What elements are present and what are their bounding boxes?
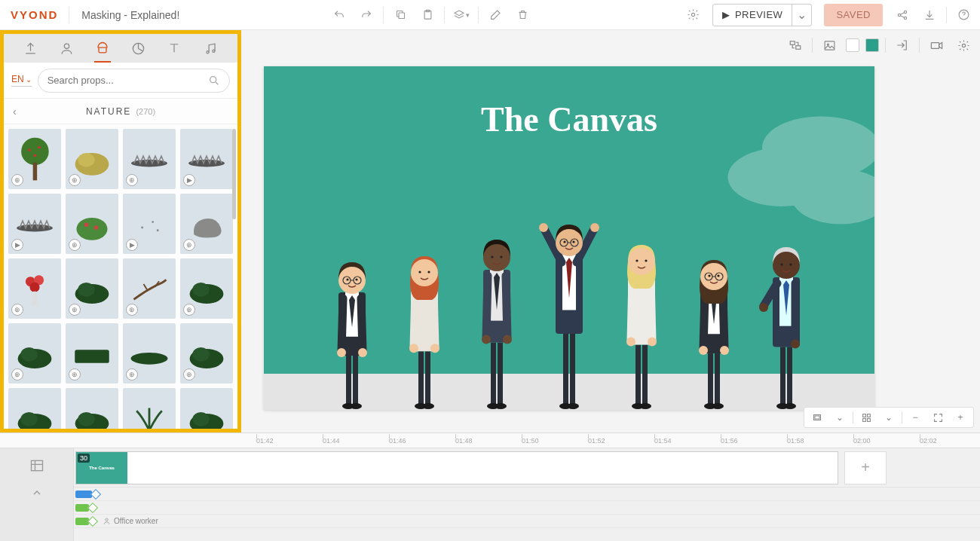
- svg-line-65: [361, 298, 363, 351]
- svg-point-76: [422, 403, 434, 409]
- svg-point-27: [152, 221, 154, 223]
- back-icon[interactable]: ‹: [13, 105, 17, 118]
- zoom-badge-icon: ⊕: [183, 239, 195, 251]
- character[interactable]: [752, 244, 820, 410]
- layers-icon[interactable]: ▾: [451, 5, 472, 26]
- paste-icon[interactable]: [417, 5, 438, 26]
- camera-icon[interactable]: [926, 35, 947, 56]
- svg-rect-115: [635, 345, 641, 405]
- divider: [478, 7, 479, 23]
- divider: [444, 7, 445, 23]
- svg-rect-161: [862, 418, 865, 421]
- chart-tab-icon[interactable]: [127, 37, 150, 60]
- prop-thumbnail[interactable]: ⊕: [123, 129, 176, 189]
- track-row[interactable]: [74, 528, 980, 541]
- grid-view-icon[interactable]: [856, 409, 876, 426]
- prop-thumbnail[interactable]: ⊕: [66, 194, 118, 254]
- search-input[interactable]: [47, 75, 208, 86]
- project-title[interactable]: Masking - Explained!: [75, 9, 179, 21]
- character[interactable]: [390, 252, 458, 410]
- svg-point-22: [17, 225, 53, 232]
- mini-title: The Canvas: [89, 466, 115, 470]
- color-swatch-teal[interactable]: [865, 38, 879, 52]
- prop-thumbnail[interactable]: ⊕: [66, 129, 118, 189]
- preview-button[interactable]: ▶PREVIEW ⌄: [712, 4, 812, 26]
- prop-thumbnail[interactable]: ⊕: [123, 258, 176, 319]
- prop-thumbnail[interactable]: [66, 388, 118, 429]
- stage-title-text: The Canvas: [264, 99, 874, 139]
- category-header: ‹ NATURE (270): [4, 99, 237, 124]
- prop-thumbnail[interactable]: ▶: [8, 194, 61, 254]
- eraser-icon[interactable]: [485, 5, 506, 26]
- chevron-down-icon[interactable]: ⌄: [830, 409, 850, 426]
- replace-scene-icon[interactable]: [785, 35, 806, 56]
- zoom-out-icon[interactable]: −: [905, 409, 925, 426]
- svg-rect-144: [780, 347, 786, 404]
- audio-tab-icon[interactable]: [199, 37, 222, 60]
- svg-point-95: [503, 335, 512, 344]
- zoom-badge-icon: ⊕: [126, 174, 138, 186]
- canvas-stage[interactable]: The Canvas: [264, 66, 874, 410]
- time-ruler[interactable]: 01:4201:4401:4601:4801:5001:5201:5401:56…: [0, 432, 980, 448]
- download-icon[interactable]: [919, 5, 940, 26]
- svg-point-106: [539, 223, 548, 232]
- prop-thumbnail[interactable]: ⊕: [66, 258, 118, 319]
- prop-thumbnail[interactable]: ⊕: [66, 323, 118, 384]
- undo-icon[interactable]: [329, 5, 350, 26]
- character[interactable]: [680, 255, 748, 410]
- view-mode-icon[interactable]: [807, 409, 827, 426]
- redo-icon[interactable]: [356, 5, 377, 26]
- prop-thumbnail[interactable]: ▶: [180, 129, 233, 189]
- prop-thumbnail[interactable]: ⊕: [180, 194, 233, 254]
- text-tab-icon[interactable]: [163, 37, 185, 60]
- help-icon[interactable]: [953, 5, 974, 26]
- asset-library-panel: EN⌄ ‹ NATURE (270) ⊕⊕⊕▶▶⊕▶⊕⊕⊕⊕⊕⊕⊕⊕⊕: [0, 30, 241, 432]
- collapse-icon[interactable]: [27, 483, 47, 503]
- stage-area: The Canvas: [241, 30, 980, 432]
- prop-thumbnail[interactable]: ⊕: [180, 258, 233, 319]
- track-row[interactable]: Office worker: [74, 515, 980, 528]
- prop-thumbnail[interactable]: ⊕: [8, 258, 61, 319]
- share-icon[interactable]: [892, 5, 913, 26]
- search-input-wrap[interactable]: [38, 69, 230, 93]
- chevron-down-icon[interactable]: ⌄: [879, 409, 899, 426]
- character[interactable]: [318, 259, 386, 410]
- trash-icon[interactable]: [512, 5, 533, 26]
- character[interactable]: [608, 240, 675, 410]
- upload-tab-icon[interactable]: [20, 37, 42, 60]
- zoom-in-icon[interactable]: +: [951, 409, 970, 426]
- character-tab-icon[interactable]: [55, 37, 78, 60]
- ruler-tick: 02:02: [920, 437, 980, 445]
- prop-thumbnail[interactable]: ⊕: [8, 129, 61, 189]
- prop-thumbnail[interactable]: [180, 388, 233, 429]
- copy-icon[interactable]: [390, 5, 411, 26]
- prop-thumbnail[interactable]: [123, 388, 176, 429]
- track-row[interactable]: [74, 488, 980, 501]
- add-scene-button[interactable]: +: [844, 451, 887, 484]
- svg-rect-159: [862, 414, 865, 417]
- divider: [946, 7, 947, 23]
- background-image-icon[interactable]: [819, 35, 840, 56]
- svg-point-102: [567, 403, 579, 409]
- scrollbar[interactable]: [232, 129, 236, 219]
- prop-thumbnail[interactable]: ⊕: [123, 323, 176, 384]
- svg-rect-0: [399, 13, 405, 19]
- prop-thumbnail[interactable]: ⊕: [180, 323, 233, 384]
- character[interactable]: [535, 222, 603, 410]
- props-tab-icon[interactable]: [91, 37, 114, 60]
- svg-rect-49: [796, 46, 801, 50]
- fit-screen-icon[interactable]: [928, 409, 948, 426]
- scene-settings-icon[interactable]: [953, 35, 974, 56]
- language-selector[interactable]: EN⌄: [11, 74, 32, 87]
- storyboard-icon[interactable]: [27, 456, 47, 475]
- track-row[interactable]: [74, 501, 980, 515]
- prop-thumbnail[interactable]: [8, 388, 61, 429]
- preview-caret-icon[interactable]: ⌄: [792, 5, 811, 26]
- enter-exit-icon[interactable]: [892, 35, 913, 56]
- prop-thumbnail[interactable]: ▶: [123, 194, 176, 254]
- settings-gear-icon[interactable]: [682, 5, 703, 26]
- color-swatch-white[interactable]: [846, 38, 859, 52]
- scene-clip[interactable]: 30 The Canvas: [75, 451, 838, 484]
- prop-thumbnail[interactable]: ⊕: [8, 323, 61, 384]
- character[interactable]: [463, 237, 531, 410]
